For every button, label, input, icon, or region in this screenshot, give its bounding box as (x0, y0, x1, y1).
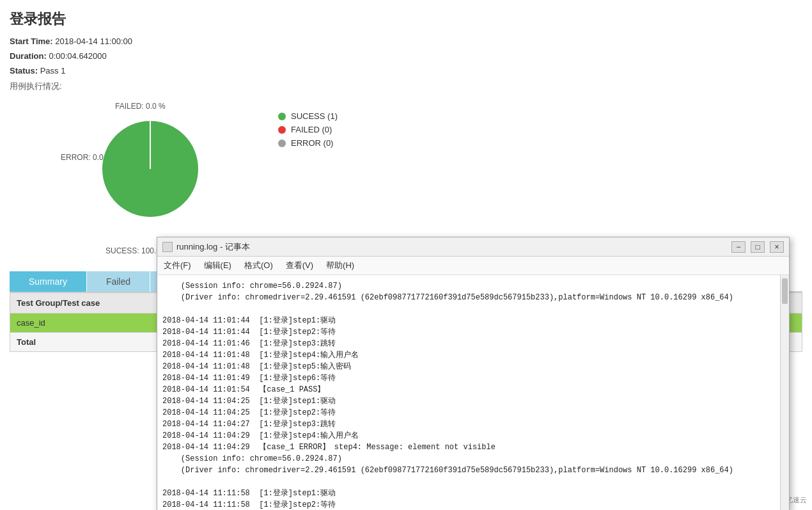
main-page: 登录报告 Start Time: 2018-04-14 11:00:00 Dur… (0, 0, 812, 510)
notepad-icon (162, 242, 173, 252)
pie-chart (99, 118, 201, 220)
duration-value: 0:00:04.642000 (49, 51, 106, 61)
menu-format[interactable]: 格式(O) (238, 258, 279, 273)
maximize-button[interactable]: □ (751, 241, 765, 253)
notepad-window: running.log - 记事本 − □ × 文件(F) 编辑(E) 格式(O… (157, 237, 790, 510)
legend-item-sucess: SUCESS (1) (278, 111, 338, 121)
notepad-content[interactable]: (Session info: chrome=56.0.2924.87) (Dri… (157, 275, 780, 510)
status-row: Status: Pass 1 (10, 66, 802, 76)
cell-case-id: case_id (10, 314, 168, 333)
tab-failed[interactable]: Failed (87, 271, 150, 292)
window-controls: − □ × (731, 241, 784, 253)
legend-item-failed: FAILED (0) (278, 125, 338, 134)
menu-view[interactable]: 查看(V) (279, 258, 320, 273)
menu-edit[interactable]: 编辑(E) (198, 258, 238, 273)
sucess-dot (278, 113, 286, 120)
instance-label: 用例执行情况: (10, 81, 802, 92)
start-time-value: 2018-04-14 11:00:00 (55, 36, 132, 46)
close-button[interactable]: × (770, 241, 784, 253)
legend-sucess-label: SUCESS (1) (291, 111, 338, 121)
minimize-button[interactable]: − (731, 241, 746, 253)
menu-help[interactable]: 帮助(H) (320, 258, 361, 273)
status-label: Status: (10, 66, 38, 76)
failed-label: FAILED: 0.0 % (115, 102, 166, 111)
duration-row: Duration: 0:00:04.642000 (10, 51, 802, 61)
status-value: Pass 1 (40, 66, 66, 76)
tab-summary[interactable]: Summary (10, 271, 87, 292)
notepad-title: running.log - 记事本 (176, 241, 731, 253)
start-time-row: Start Time: 2018-04-14 11:00:00 (10, 36, 802, 46)
chart-legend: SUCESS (1) FAILED (0) ERROR (0) (278, 111, 338, 152)
legend-failed-label: FAILED (0) (291, 125, 332, 134)
start-time-label: Start Time: (10, 36, 53, 46)
duration-label: Duration: (10, 51, 47, 61)
notepad-menu: 文件(F) 编辑(E) 格式(O) 查看(V) 帮助(H) (157, 257, 789, 275)
menu-file[interactable]: 文件(F) (157, 258, 198, 273)
scrollbar[interactable] (780, 275, 789, 510)
legend-item-error: ERROR (0) (278, 138, 338, 148)
failed-dot (278, 126, 286, 134)
legend-error-label: ERROR (0) (291, 138, 333, 148)
chart-area: FAILED: 0.0 % ERROR: 0.0 % SUCESS: 100.0… (10, 99, 802, 259)
pie-container: FAILED: 0.0 % ERROR: 0.0 % SUCESS: 100.0… (61, 99, 253, 259)
error-dot (278, 139, 286, 147)
notepad-titlebar: running.log - 记事本 − □ × (157, 237, 789, 257)
report-title: 登录报告 (10, 10, 802, 29)
